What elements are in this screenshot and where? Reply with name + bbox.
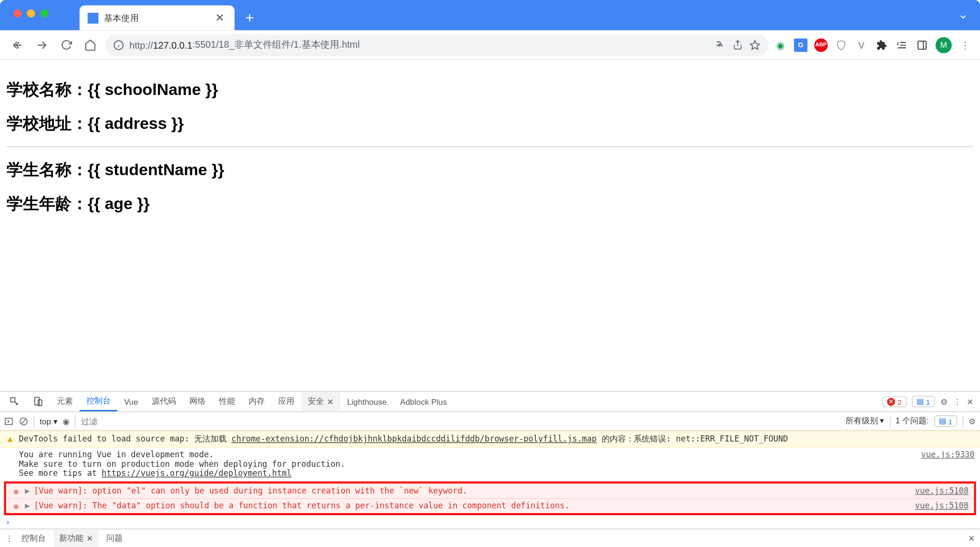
info-text: You are running Vue in development mode.… (19, 450, 917, 478)
gear-icon[interactable]: ⚙ (940, 397, 948, 406)
svg-marker-7 (751, 41, 760, 49)
devtools-tab-application[interactable]: 应用 (271, 392, 301, 411)
share-icon[interactable] (733, 40, 743, 51)
translate-icon[interactable] (715, 40, 726, 51)
reload-button[interactable] (57, 35, 76, 54)
svg-line-19 (21, 419, 26, 423)
browser-tab[interactable]: 基本使用 ✕ (80, 5, 235, 30)
source-link[interactable]: vue.js:5108 (915, 501, 969, 511)
new-tab-button[interactable]: + (245, 5, 254, 30)
devtools-tab-elements[interactable]: 元素 (50, 392, 80, 411)
source-link[interactable]: vue.js:5108 (915, 486, 969, 496)
close-drawer-icon[interactable]: ✕ (968, 534, 975, 543)
level-selector[interactable]: 所有级别 ▾ (845, 415, 884, 427)
chevron-down-icon[interactable] (959, 12, 968, 21)
svg-rect-14 (10, 398, 15, 402)
message-count-badge[interactable]: ▤1 (912, 396, 935, 407)
issues-count-badge[interactable]: ▤1 (934, 415, 957, 427)
devtools-drawer: ⋮ 控制台 新功能 ✕ 问题 ✕ (0, 529, 980, 547)
devtools-tabs: 元素 控制台 Vue 源代码 网络 性能 内存 应用 安全✕ Lighthous… (0, 392, 980, 412)
google-translate-ext-icon[interactable]: G (794, 38, 807, 52)
console-sidebar-toggle-icon[interactable] (4, 416, 13, 426)
address-bar[interactable]: http:// 127.0.0.1 :5501/18_非单文件组件/1.基本使用… (105, 34, 768, 55)
chrome-menu-icon[interactable]: ⋮ (959, 38, 972, 52)
devtools-tab-adblock[interactable]: Adblock Plus (393, 392, 453, 411)
console-warning-row: ▲ DevTools failed to load source map: 无法… (0, 431, 980, 448)
reading-list-icon[interactable] (895, 38, 908, 52)
drawer-tab-console[interactable]: 控制台 (21, 533, 46, 544)
extensions-puzzle-icon[interactable] (875, 38, 888, 52)
console-error-row-2: ⊗ ▶ [Vue warn]: The "data" option should… (6, 498, 974, 513)
forward-button[interactable] (32, 35, 52, 54)
console-messages: ▲ DevTools failed to load source map: 无法… (0, 431, 980, 529)
devtools-tab-lighthouse[interactable]: Lighthouse (340, 392, 393, 411)
gear-icon[interactable]: ⚙ (969, 416, 976, 426)
warning-text: DevTools failed to load source map: 无法加载… (19, 433, 975, 445)
extension-icon-shield[interactable] (834, 38, 848, 52)
inspect-element-icon[interactable] (3, 392, 26, 411)
error-icon: ⊗ (11, 502, 21, 511)
svg-rect-12 (918, 41, 926, 49)
expand-arrow-icon[interactable]: ▶ (25, 501, 30, 511)
tab-title: 基本使用 (104, 12, 139, 24)
devtools-tab-performance[interactable]: 性能 (212, 392, 242, 411)
url-path: :5501/18_非单文件组件/1.基本使用.html (192, 39, 360, 51)
school-name-heading: 学校名称：{{ schoolName }} (7, 79, 973, 100)
devtools-tab-vue[interactable]: Vue (117, 392, 145, 411)
svg-rect-15 (35, 397, 40, 405)
close-devtools-icon[interactable]: ✕ (967, 397, 973, 406)
device-toggle-icon[interactable] (26, 392, 50, 411)
error-count-badge[interactable]: ✕2 (882, 396, 907, 407)
clear-console-icon[interactable] (19, 416, 29, 426)
profile-avatar[interactable]: M (936, 37, 952, 53)
adblock-plus-ext-icon[interactable]: ABP (814, 38, 828, 52)
close-icon[interactable]: ✕ (86, 534, 93, 543)
extension-icon-1[interactable]: ◉ (774, 38, 787, 52)
context-selector[interactable]: top ▾ (40, 416, 57, 426)
close-window-button[interactable] (13, 10, 21, 18)
devtools-tab-memory[interactable]: 内存 (242, 392, 271, 411)
eye-icon[interactable]: ◉ (63, 416, 69, 426)
traffic-lights (0, 5, 59, 17)
maximize-window-button[interactable] (41, 10, 49, 18)
filter-input[interactable] (81, 416, 840, 426)
home-button[interactable] (81, 35, 100, 54)
console-prompt[interactable]: › (0, 516, 980, 528)
issues-label: 1 个问题: (896, 415, 929, 427)
warning-icon: ▲ (5, 434, 15, 444)
student-name-heading: 学生名称：{{ studentName }} (7, 159, 973, 180)
more-icon[interactable]: ⋮ (953, 397, 961, 406)
divider (7, 147, 973, 147)
school-address-heading: 学校地址：{{ address }} (7, 113, 973, 134)
side-panel-icon[interactable] (915, 38, 928, 52)
bookmark-star-icon[interactable] (750, 40, 761, 51)
extension-icon-v[interactable]: V (855, 38, 868, 52)
back-button[interactable] (8, 35, 27, 54)
devtools-panel: 元素 控制台 Vue 源代码 网络 性能 内存 应用 安全✕ Lighthous… (0, 391, 980, 547)
error-text-2: [Vue warn]: The "data" option should be … (34, 501, 911, 511)
drawer-menu-icon[interactable]: ⋮ (5, 534, 13, 543)
devtools-tab-console[interactable]: 控制台 (80, 392, 117, 411)
vue-deployment-link[interactable]: https://vuejs.org/guide/deployment.html (102, 469, 292, 478)
drawer-tab-issues[interactable]: 问题 (106, 533, 123, 544)
error-icon: ⊗ (11, 487, 21, 496)
minimize-window-button[interactable] (27, 10, 35, 18)
source-map-url[interactable]: chrome-extension://cfhdojbkjhnklbpkdaibd… (231, 434, 596, 444)
student-age-heading: 学生年龄：{{ age }} (7, 193, 973, 214)
devtools-tab-sources[interactable]: 源代码 (145, 392, 183, 411)
site-info-icon[interactable] (113, 40, 124, 51)
extension-icons: ◉ G ABP V M ⋮ (774, 37, 972, 53)
devtools-tab-network[interactable]: 网络 (183, 392, 212, 411)
console-error-row-1: ⊗ ▶ [Vue warn]: option "el" can only be … (6, 484, 974, 498)
highlighted-errors: ⊗ ▶ [Vue warn]: option "el" can only be … (4, 482, 976, 515)
drawer-tab-whatsnew[interactable]: 新功能 ✕ (54, 530, 98, 547)
devtools-tab-security[interactable]: 安全✕ (301, 392, 340, 411)
error-text-1: [Vue warn]: option "el" can only be used… (34, 486, 911, 496)
source-link[interactable]: vue.js:9330 (921, 450, 974, 459)
close-icon[interactable]: ✕ (327, 397, 334, 406)
window-titlebar: 基本使用 ✕ + (0, 0, 980, 31)
tab-close-button[interactable]: ✕ (212, 11, 227, 24)
address-actions (715, 40, 761, 51)
expand-arrow-icon[interactable]: ▶ (25, 486, 30, 496)
console-filter-bar: top ▾ ◉ 所有级别 ▾ 1 个问题: ▤1 ⚙ (0, 412, 980, 431)
